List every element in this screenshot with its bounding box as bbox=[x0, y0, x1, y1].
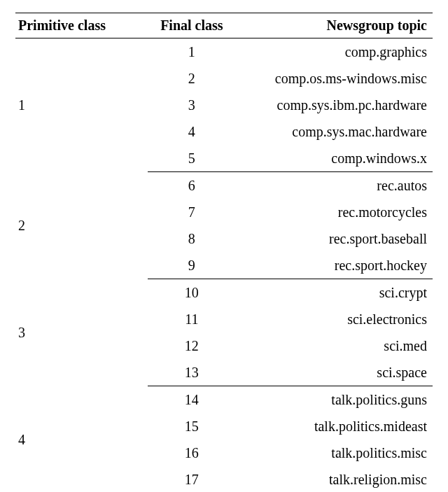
final-class-cell: 11 bbox=[148, 306, 236, 332]
newsgroup-topic-cell: rec.sport.baseball bbox=[236, 225, 433, 252]
final-class-cell: 9 bbox=[148, 252, 236, 279]
final-class-cell: 1 bbox=[148, 38, 236, 66]
header-primitive: Primitive class bbox=[15, 13, 148, 38]
table-body: 11comp.graphics2comp.os.ms-windows.misc3… bbox=[15, 38, 433, 493]
primitive-class-cell: 1 bbox=[15, 38, 148, 172]
newsgroup-topic-cell: sci.med bbox=[236, 332, 433, 359]
header-topic: Newsgroup topic bbox=[236, 13, 433, 38]
newsgroup-topic-cell: comp.graphics bbox=[236, 38, 433, 66]
final-class-cell: 7 bbox=[148, 199, 236, 225]
newsgroup-table: Primitive class Final class Newsgroup to… bbox=[15, 13, 433, 492]
final-class-cell: 13 bbox=[148, 359, 236, 386]
newsgroup-topic-cell: sci.electronics bbox=[236, 306, 433, 332]
newsgroup-topic-cell: talk.politics.misc bbox=[236, 440, 433, 466]
newsgroup-topic-cell: rec.motorcycles bbox=[236, 199, 433, 225]
newsgroup-topic-cell: comp.windows.x bbox=[236, 145, 433, 172]
final-class-cell: 8 bbox=[148, 225, 236, 252]
newsgroup-topic-cell: rec.autos bbox=[236, 172, 433, 199]
newsgroup-topic-cell: rec.sport.hockey bbox=[236, 252, 433, 279]
header-final: Final class bbox=[148, 13, 236, 38]
table-row: 11comp.graphics bbox=[15, 38, 433, 66]
final-class-cell: 17 bbox=[148, 466, 236, 492]
final-class-cell: 6 bbox=[148, 172, 236, 199]
newsgroup-topic-cell: sci.space bbox=[236, 359, 433, 386]
final-class-cell: 2 bbox=[148, 65, 236, 92]
final-class-cell: 16 bbox=[148, 440, 236, 466]
newsgroup-topic-cell: comp.os.ms-windows.misc bbox=[236, 65, 433, 92]
final-class-cell: 14 bbox=[148, 386, 236, 414]
table-row: 414talk.politics.guns bbox=[15, 386, 433, 414]
newsgroup-topic-cell: sci.crypt bbox=[236, 279, 433, 307]
final-class-cell: 12 bbox=[148, 332, 236, 359]
final-class-cell: 3 bbox=[148, 92, 236, 118]
table-row: 26rec.autos bbox=[15, 172, 433, 199]
table-row: 310sci.crypt bbox=[15, 279, 433, 307]
primitive-class-cell: 2 bbox=[15, 172, 148, 279]
newsgroup-topic-cell: talk.religion.misc bbox=[236, 466, 433, 492]
newsgroup-topic-cell: talk.politics.guns bbox=[236, 386, 433, 414]
newsgroup-topic-cell: talk.politics.mideast bbox=[236, 413, 433, 440]
final-class-cell: 5 bbox=[148, 145, 236, 172]
newsgroup-topic-cell: comp.sys.ibm.pc.hardware bbox=[236, 92, 433, 118]
final-class-cell: 15 bbox=[148, 413, 236, 440]
final-class-cell: 4 bbox=[148, 118, 236, 145]
primitive-class-cell: 3 bbox=[15, 279, 148, 386]
newsgroup-topic-cell: comp.sys.mac.hardware bbox=[236, 118, 433, 145]
final-class-cell: 10 bbox=[148, 279, 236, 307]
primitive-class-cell: 4 bbox=[15, 386, 148, 493]
table-header-row: Primitive class Final class Newsgroup to… bbox=[15, 13, 433, 38]
